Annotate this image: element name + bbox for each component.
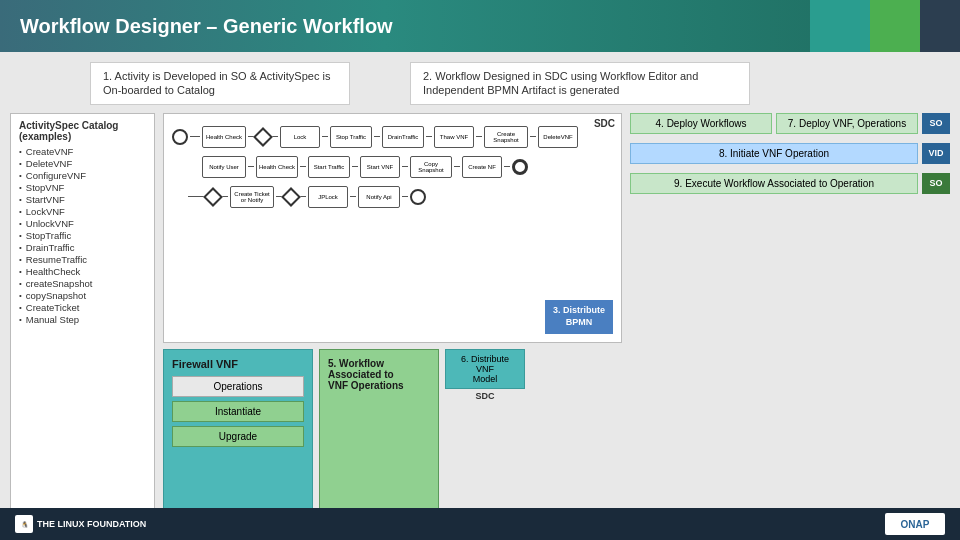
distribute-bpmn-box: 3. Distribute BPMN xyxy=(545,300,613,333)
band-green xyxy=(870,0,920,52)
bottom-section: Firewall VNF Operations Instantiate Upgr… xyxy=(163,349,622,530)
deploy-vnf-ops-box: 7. Deploy VNF, Operations xyxy=(776,113,918,134)
bpmn-area: SDC Health Check Lock xyxy=(163,113,622,343)
bpmn-task-create-nf: Create NF xyxy=(462,156,502,178)
bpmn-task-jplock: JPLock xyxy=(308,186,348,208)
list-item: •LockVNF xyxy=(19,206,146,217)
workflow-desc-box: 5. Workflow Associated to VNF Operations xyxy=(319,349,439,530)
bpmn-end-event xyxy=(512,159,528,175)
main-row: ActivitySpec Catalog (examples) •CreateV… xyxy=(10,113,950,530)
bpmn-gateway-2 xyxy=(203,187,223,207)
bullet-icon: • xyxy=(19,315,22,324)
flow-line xyxy=(402,166,408,167)
flow-line xyxy=(504,166,510,167)
bullet-icon: • xyxy=(19,147,22,156)
deploy-workflows-box: 4. Deploy Workflows xyxy=(630,113,772,134)
bpmn-task-delete-vnf: DeleteVNF xyxy=(538,126,578,148)
sidebar-title: ActivitySpec Catalog (examples) xyxy=(19,120,146,142)
top-description-area: 1. Activity is Developed in SO & Activit… xyxy=(90,62,950,105)
page-title: Workflow Designer – Generic Workflow xyxy=(20,15,393,38)
bullet-icon: • xyxy=(19,279,22,288)
workflow-desc-title: 5. Workflow Associated to VNF Operations xyxy=(328,358,430,391)
firewall-vnf-box: Firewall VNF Operations Instantiate Upgr… xyxy=(163,349,313,530)
band-dark xyxy=(920,0,960,52)
bpmn-task-stop-traffic: Stop Traffic xyxy=(330,126,372,148)
list-item: •ResumeTraffic xyxy=(19,254,146,265)
list-item: •DrainTraffic xyxy=(19,242,146,253)
upgrade-button[interactable]: Upgrade xyxy=(172,426,304,447)
bpmn-task-start-traffic: Start Traffic xyxy=(308,156,350,178)
right-column: 4. Deploy Workflows 7. Deploy VNF, Opera… xyxy=(630,113,950,530)
deploy-vnf-ops-tag: SO xyxy=(922,113,950,134)
flow-line xyxy=(402,196,408,197)
list-item: •CreateVNF xyxy=(19,146,146,157)
execute-workflow-tag: SO xyxy=(922,173,950,194)
vnf-model-box: 6. Distribute VNF Model SDC xyxy=(445,349,525,530)
bullet-icon: • xyxy=(19,219,22,228)
flow-line xyxy=(190,136,200,137)
flow-line xyxy=(426,136,432,137)
list-item: •createSnapshot xyxy=(19,278,146,289)
ops-row-2: 8. Initiate VNF Operation VID xyxy=(630,143,950,164)
bullet-icon: • xyxy=(19,183,22,192)
flow-line xyxy=(530,136,536,137)
list-item: •StopTraffic xyxy=(19,230,146,241)
list-item: •ConfigureVNF xyxy=(19,170,146,181)
bpmn-task-health-check: Health Check xyxy=(202,126,246,148)
bpmn-task-thaw: Thaw VNF xyxy=(434,126,474,148)
bpmn-diagram: Health Check Lock Stop Traffic DrainTraf… xyxy=(164,114,621,342)
content-area: 1. Activity is Developed in SO & Activit… xyxy=(0,52,960,540)
list-item: •UnlockVNF xyxy=(19,218,146,229)
list-item: •copySnapshot xyxy=(19,290,146,301)
distribute-vnf-label: 6. Distribute VNF Model xyxy=(445,349,525,389)
list-item: •StartVNF xyxy=(19,194,146,205)
center-column: SDC Health Check Lock xyxy=(163,113,622,530)
bpmn-start-event xyxy=(172,129,188,145)
band-teal xyxy=(810,0,870,52)
linux-foundation-logo: 🐧 THE LINUX FOUNDATION xyxy=(15,515,146,533)
bullet-icon: • xyxy=(19,267,22,276)
bullet-icon: • xyxy=(19,171,22,180)
bpmn-task-health-check2: Health Check xyxy=(256,156,298,178)
flow-line xyxy=(300,166,306,167)
bullet-icon: • xyxy=(19,195,22,204)
flow-line xyxy=(454,166,460,167)
bullet-icon: • xyxy=(19,159,22,168)
firewall-title: Firewall VNF xyxy=(172,358,304,370)
bpmn-task-lock: Lock xyxy=(280,126,320,148)
list-item: •StopVNF xyxy=(19,182,146,193)
bpmn-task-start-vnf: Start VNF xyxy=(360,156,400,178)
flow-line xyxy=(350,196,356,197)
ops-row-3: 9. Execute Workflow Associated to Operat… xyxy=(630,173,950,194)
flow-line xyxy=(374,136,380,137)
bpmn-gateway-3 xyxy=(281,187,301,207)
flow-line xyxy=(352,166,358,167)
bullet-icon: • xyxy=(19,231,22,240)
linux-logo-icon: 🐧 xyxy=(15,515,33,533)
vnf-sdc-label: SDC xyxy=(475,391,494,401)
list-item: •HealthCheck xyxy=(19,266,146,277)
desc-box-1-text: 1. Activity is Developed in SO & Activit… xyxy=(103,70,330,96)
bpmn-task-copy-snapshot: Copy Snapshot xyxy=(410,156,452,178)
bpmn-gateway-1 xyxy=(253,127,273,147)
execute-workflow-box: 9. Execute Workflow Associated to Operat… xyxy=(630,173,918,194)
instantiate-button[interactable]: Instantiate xyxy=(172,401,304,422)
onap-logo: ONAP xyxy=(885,513,945,535)
operations-button[interactable]: Operations xyxy=(172,376,304,397)
main-container: Workflow Designer – Generic Workflow 1. … xyxy=(0,0,960,540)
left-sidebar: ActivitySpec Catalog (examples) •CreateV… xyxy=(10,113,155,530)
flow-line xyxy=(188,196,204,197)
bullet-icon: • xyxy=(19,243,22,252)
bpmn-task-create-snapshot: Create Snapshot xyxy=(484,126,528,148)
bullet-icon: • xyxy=(19,255,22,264)
desc-box-2: 2. Workflow Designed in SDC using Workfl… xyxy=(410,62,750,105)
initiate-vnf-tag: VID xyxy=(922,143,950,164)
bpmn-task-create-ticket: Create Ticketor Notify xyxy=(230,186,274,208)
onap-logo-box: ONAP xyxy=(885,513,945,535)
ops-row-1: 4. Deploy Workflows 7. Deploy VNF, Opera… xyxy=(630,113,950,134)
flow-line xyxy=(476,136,482,137)
list-item: •CreateTicket xyxy=(19,302,146,313)
bpmn-row-3: Create Ticketor Notify JPLock Notify Api xyxy=(188,186,613,208)
bpmn-task-notify-api: Notify Api xyxy=(358,186,400,208)
desc-box-1: 1. Activity is Developed in SO & Activit… xyxy=(90,62,350,105)
